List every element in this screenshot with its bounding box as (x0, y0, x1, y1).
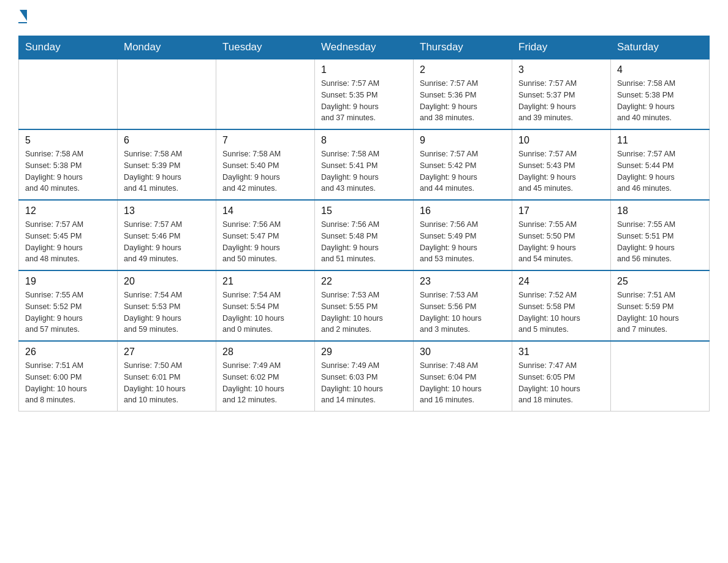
calendar-cell: 3Sunrise: 7:57 AMSunset: 5:37 PMDaylight… (512, 59, 611, 129)
weekday-header-wednesday: Wednesday (315, 36, 414, 59)
day-number: 3 (518, 64, 604, 75)
day-info: Sunrise: 7:57 AMSunset: 5:43 PMDaylight:… (518, 148, 604, 194)
day-number: 5 (25, 135, 111, 146)
calendar-cell: 15Sunrise: 7:56 AMSunset: 5:48 PMDayligh… (315, 200, 414, 270)
calendar-table: SundayMondayTuesdayWednesdayThursdayFrid… (18, 36, 710, 412)
logo-blue-part (18, 12, 27, 21)
day-info: Sunrise: 7:54 AMSunset: 5:54 PMDaylight:… (222, 289, 308, 335)
calendar-cell: 26Sunrise: 7:51 AMSunset: 6:00 PMDayligh… (19, 341, 118, 412)
day-info: Sunrise: 7:49 AMSunset: 6:03 PMDaylight:… (321, 360, 407, 406)
calendar-cell: 6Sunrise: 7:58 AMSunset: 5:39 PMDaylight… (118, 129, 216, 200)
day-number: 25 (617, 276, 703, 287)
week-row-2: 5Sunrise: 7:58 AMSunset: 5:38 PMDaylight… (19, 129, 710, 200)
day-info: Sunrise: 7:51 AMSunset: 6:00 PMDaylight:… (25, 360, 111, 406)
day-number: 15 (321, 205, 407, 216)
week-row-3: 12Sunrise: 7:57 AMSunset: 5:45 PMDayligh… (19, 200, 710, 270)
day-number: 2 (420, 64, 506, 75)
calendar-cell: 10Sunrise: 7:57 AMSunset: 5:43 PMDayligh… (512, 129, 611, 200)
calendar-cell: 13Sunrise: 7:57 AMSunset: 5:46 PMDayligh… (118, 200, 216, 270)
day-info: Sunrise: 7:53 AMSunset: 5:56 PMDaylight:… (420, 289, 506, 335)
logo-triangle-icon (20, 10, 27, 21)
day-number: 31 (518, 347, 604, 358)
day-number: 17 (518, 205, 604, 216)
day-number: 19 (25, 276, 111, 287)
day-info: Sunrise: 7:55 AMSunset: 5:50 PMDaylight:… (518, 219, 604, 265)
logo-underline (18, 22, 27, 23)
day-number: 30 (420, 347, 506, 358)
day-info: Sunrise: 7:58 AMSunset: 5:38 PMDaylight:… (25, 148, 111, 194)
day-info: Sunrise: 7:57 AMSunset: 5:44 PMDaylight:… (617, 148, 703, 194)
calendar-cell: 29Sunrise: 7:49 AMSunset: 6:03 PMDayligh… (315, 341, 414, 412)
day-info: Sunrise: 7:57 AMSunset: 5:36 PMDaylight:… (420, 78, 506, 124)
day-info: Sunrise: 7:56 AMSunset: 5:48 PMDaylight:… (321, 219, 407, 265)
day-info: Sunrise: 7:52 AMSunset: 5:58 PMDaylight:… (518, 289, 604, 335)
calendar-cell: 8Sunrise: 7:58 AMSunset: 5:41 PMDaylight… (315, 129, 414, 200)
day-number: 27 (124, 347, 210, 358)
calendar-cell (118, 59, 216, 129)
page-header (18, 12, 710, 23)
day-info: Sunrise: 7:55 AMSunset: 5:51 PMDaylight:… (617, 219, 703, 265)
day-info: Sunrise: 7:57 AMSunset: 5:45 PMDaylight:… (25, 219, 111, 265)
day-number: 26 (25, 347, 111, 358)
weekday-header-saturday: Saturday (611, 36, 710, 59)
day-info: Sunrise: 7:47 AMSunset: 6:05 PMDaylight:… (518, 360, 604, 406)
calendar-cell (19, 59, 118, 129)
day-number: 24 (518, 276, 604, 287)
calendar-cell: 16Sunrise: 7:56 AMSunset: 5:49 PMDayligh… (414, 200, 512, 270)
weekday-header-thursday: Thursday (414, 36, 512, 59)
day-info: Sunrise: 7:58 AMSunset: 5:38 PMDaylight:… (617, 78, 703, 124)
calendar-cell (611, 341, 710, 412)
day-number: 13 (124, 205, 210, 216)
calendar-cell: 19Sunrise: 7:55 AMSunset: 5:52 PMDayligh… (19, 270, 118, 341)
weekday-header-sunday: Sunday (19, 36, 118, 59)
day-number: 29 (321, 347, 407, 358)
calendar-cell: 2Sunrise: 7:57 AMSunset: 5:36 PMDaylight… (414, 59, 512, 129)
calendar-cell: 28Sunrise: 7:49 AMSunset: 6:02 PMDayligh… (216, 341, 315, 412)
weekday-header-friday: Friday (512, 36, 611, 59)
day-info: Sunrise: 7:57 AMSunset: 5:35 PMDaylight:… (321, 78, 407, 124)
calendar-cell: 7Sunrise: 7:58 AMSunset: 5:40 PMDaylight… (216, 129, 315, 200)
day-info: Sunrise: 7:56 AMSunset: 5:49 PMDaylight:… (420, 219, 506, 265)
day-number: 8 (321, 135, 407, 146)
day-number: 16 (420, 205, 506, 216)
day-number: 10 (518, 135, 604, 146)
day-number: 12 (25, 205, 111, 216)
day-number: 7 (222, 135, 308, 146)
calendar-cell: 4Sunrise: 7:58 AMSunset: 5:38 PMDaylight… (611, 59, 710, 129)
calendar-cell: 11Sunrise: 7:57 AMSunset: 5:44 PMDayligh… (611, 129, 710, 200)
day-info: Sunrise: 7:50 AMSunset: 6:01 PMDaylight:… (124, 360, 210, 406)
calendar-cell: 12Sunrise: 7:57 AMSunset: 5:45 PMDayligh… (19, 200, 118, 270)
weekday-header-monday: Monday (118, 36, 216, 59)
day-number: 6 (124, 135, 210, 146)
calendar-cell: 17Sunrise: 7:55 AMSunset: 5:50 PMDayligh… (512, 200, 611, 270)
day-info: Sunrise: 7:53 AMSunset: 5:55 PMDaylight:… (321, 289, 407, 335)
day-number: 21 (222, 276, 308, 287)
day-number: 11 (617, 135, 703, 146)
logo (18, 12, 27, 23)
calendar-cell: 20Sunrise: 7:54 AMSunset: 5:53 PMDayligh… (118, 270, 216, 341)
weekday-header-row: SundayMondayTuesdayWednesdayThursdayFrid… (19, 36, 710, 59)
day-info: Sunrise: 7:51 AMSunset: 5:59 PMDaylight:… (617, 289, 703, 335)
day-info: Sunrise: 7:58 AMSunset: 5:39 PMDaylight:… (124, 148, 210, 194)
calendar-cell (216, 59, 315, 129)
calendar-cell: 27Sunrise: 7:50 AMSunset: 6:01 PMDayligh… (118, 341, 216, 412)
day-number: 28 (222, 347, 308, 358)
calendar-cell: 9Sunrise: 7:57 AMSunset: 5:42 PMDaylight… (414, 129, 512, 200)
calendar-cell: 24Sunrise: 7:52 AMSunset: 5:58 PMDayligh… (512, 270, 611, 341)
day-number: 20 (124, 276, 210, 287)
week-row-5: 26Sunrise: 7:51 AMSunset: 6:00 PMDayligh… (19, 341, 710, 412)
day-number: 18 (617, 205, 703, 216)
calendar-cell: 18Sunrise: 7:55 AMSunset: 5:51 PMDayligh… (611, 200, 710, 270)
week-row-1: 1Sunrise: 7:57 AMSunset: 5:35 PMDaylight… (19, 59, 710, 129)
day-number: 1 (321, 64, 407, 75)
day-info: Sunrise: 7:57 AMSunset: 5:42 PMDaylight:… (420, 148, 506, 194)
calendar-cell: 31Sunrise: 7:47 AMSunset: 6:05 PMDayligh… (512, 341, 611, 412)
day-info: Sunrise: 7:58 AMSunset: 5:41 PMDaylight:… (321, 148, 407, 194)
day-info: Sunrise: 7:57 AMSunset: 5:37 PMDaylight:… (518, 78, 604, 124)
calendar-cell: 30Sunrise: 7:48 AMSunset: 6:04 PMDayligh… (414, 341, 512, 412)
day-info: Sunrise: 7:57 AMSunset: 5:46 PMDaylight:… (124, 219, 210, 265)
calendar-cell: 25Sunrise: 7:51 AMSunset: 5:59 PMDayligh… (611, 270, 710, 341)
calendar-cell: 5Sunrise: 7:58 AMSunset: 5:38 PMDaylight… (19, 129, 118, 200)
calendar-cell: 22Sunrise: 7:53 AMSunset: 5:55 PMDayligh… (315, 270, 414, 341)
day-number: 22 (321, 276, 407, 287)
